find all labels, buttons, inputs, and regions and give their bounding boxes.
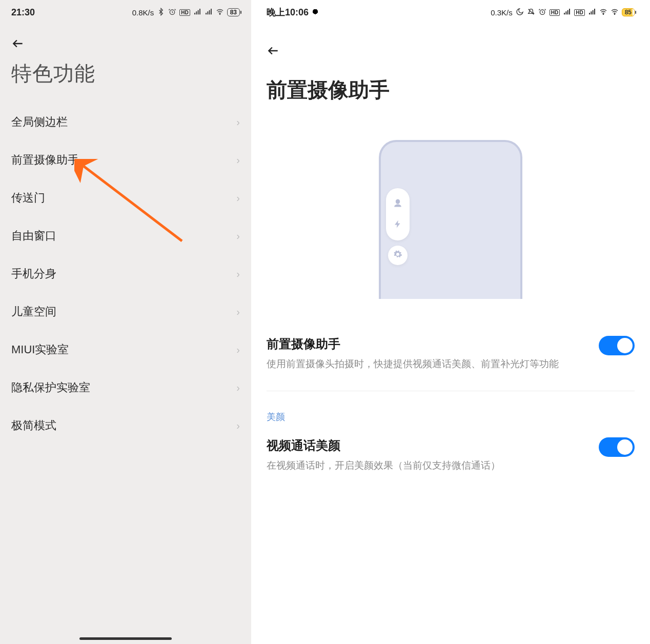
toggle-video-call-beauty: 视频通话美颜 在视频通话时，开启美颜效果（当前仅支持微信通话） xyxy=(267,426,635,486)
chevron-right-icon: › xyxy=(236,344,240,356)
alarm-icon xyxy=(538,8,546,17)
list-item-simple-mode[interactable]: 极简模式 › xyxy=(11,407,240,445)
list-item-portal[interactable]: 传送门 › xyxy=(11,179,240,217)
list-item-free-window[interactable]: 自由窗口 › xyxy=(11,217,240,255)
home-indicator[interactable] xyxy=(79,637,172,640)
signal-icon xyxy=(193,8,201,17)
chevron-right-icon: › xyxy=(236,420,240,432)
wifi-icon-2 xyxy=(611,8,619,17)
signal-icon-2 xyxy=(588,8,596,17)
hd-icon-2: HD xyxy=(574,9,584,16)
battery-indicator: 83 xyxy=(227,8,240,16)
list-item-label: 自由窗口 xyxy=(11,228,56,244)
toggle-front-camera-assistant: 前置摄像助手 使用前置摄像头拍摄时，快捷提供视频通话美颜、前置补光灯等功能 xyxy=(267,325,635,385)
screenshot-left: 21:30 0.8K/s HD 83 特色功 xyxy=(0,0,251,644)
list-item-label: MIUI实验室 xyxy=(11,342,69,357)
back-button[interactable] xyxy=(11,36,27,51)
svg-point-4 xyxy=(603,14,603,14)
svg-point-1 xyxy=(219,14,220,14)
toggle-description: 使用前置摄像头拍摄时，快捷提供视频通话美颜、前置补光灯等功能 xyxy=(267,356,559,371)
toggle-description: 在视频通话时，开启美颜效果（当前仅支持微信通话） xyxy=(267,458,500,473)
status-net-speed: 0.8K/s xyxy=(132,8,154,17)
hd-icon: HD xyxy=(179,9,190,16)
chevron-right-icon: › xyxy=(236,192,240,204)
status-time: 21:30 xyxy=(11,7,35,18)
wifi-icon xyxy=(216,8,224,17)
wifi-icon xyxy=(599,8,607,17)
flash-icon xyxy=(393,219,402,231)
gear-icon xyxy=(393,250,402,261)
section-label-beauty: 美颜 xyxy=(251,397,650,426)
list-item-kids-space[interactable]: 儿童空间 › xyxy=(11,293,240,331)
bluetooth-icon xyxy=(157,8,165,17)
list-item-global-sidebar[interactable]: 全局侧边栏 › xyxy=(11,103,240,141)
list-item-label: 极简模式 xyxy=(11,418,56,433)
signal-icon-2 xyxy=(205,8,213,17)
chevron-right-icon: › xyxy=(236,382,240,394)
list-item-second-space[interactable]: 手机分身 › xyxy=(11,255,240,293)
hd-icon: HD xyxy=(550,9,560,16)
mute-icon xyxy=(527,8,535,17)
list-item-label: 手机分身 xyxy=(11,266,56,281)
status-net-speed: 0.3K/s xyxy=(491,8,513,17)
toggle-title: 视频通话美颜 xyxy=(267,437,500,454)
toggle-switch[interactable] xyxy=(599,336,635,355)
list-item-front-camera-assistant[interactable]: 前置摄像助手 › xyxy=(11,141,240,179)
phone-illustration xyxy=(251,119,650,325)
toggle-title: 前置摄像助手 xyxy=(267,336,559,352)
chevron-right-icon: › xyxy=(236,116,240,128)
list-item-privacy-lab[interactable]: 隐私保护实验室 › xyxy=(11,369,240,407)
qq-icon xyxy=(312,9,319,16)
chevron-right-icon: › xyxy=(236,306,240,318)
chevron-right-icon: › xyxy=(236,268,240,280)
list-item-label: 前置摄像助手 xyxy=(11,152,79,168)
list-item-label: 儿童空间 xyxy=(11,304,56,319)
list-item-label: 全局侧边栏 xyxy=(11,114,68,130)
page-title: 前置摄像助手 xyxy=(251,64,650,119)
chevron-right-icon: › xyxy=(236,154,240,166)
page-title: 特色功能 xyxy=(0,54,251,103)
battery-indicator: 85 xyxy=(622,8,635,16)
status-time: 晚上10:06 xyxy=(267,6,309,18)
signal-icon xyxy=(563,8,571,17)
settings-list: 全局侧边栏 › 前置摄像助手 › 传送门 › 自由窗口 › 手机分身 › 儿童空… xyxy=(0,103,251,445)
list-item-label: 传送门 xyxy=(11,190,45,206)
toggle-switch[interactable] xyxy=(599,437,635,457)
svg-point-5 xyxy=(614,14,615,14)
list-item-miui-lab[interactable]: MIUI实验室 › xyxy=(11,331,240,369)
chevron-right-icon: › xyxy=(236,230,240,242)
face-icon xyxy=(393,198,403,210)
alarm-icon xyxy=(168,8,176,17)
screenshot-right: 晚上10:06 0.3K/s HD HD xyxy=(251,0,650,644)
moon-icon xyxy=(516,8,524,17)
status-bar: 晚上10:06 0.3K/s HD HD xyxy=(251,0,650,25)
list-item-label: 隐私保护实验室 xyxy=(11,380,90,395)
divider xyxy=(267,391,635,391)
status-bar: 21:30 0.8K/s HD 83 xyxy=(0,0,251,25)
back-button[interactable] xyxy=(267,43,282,58)
